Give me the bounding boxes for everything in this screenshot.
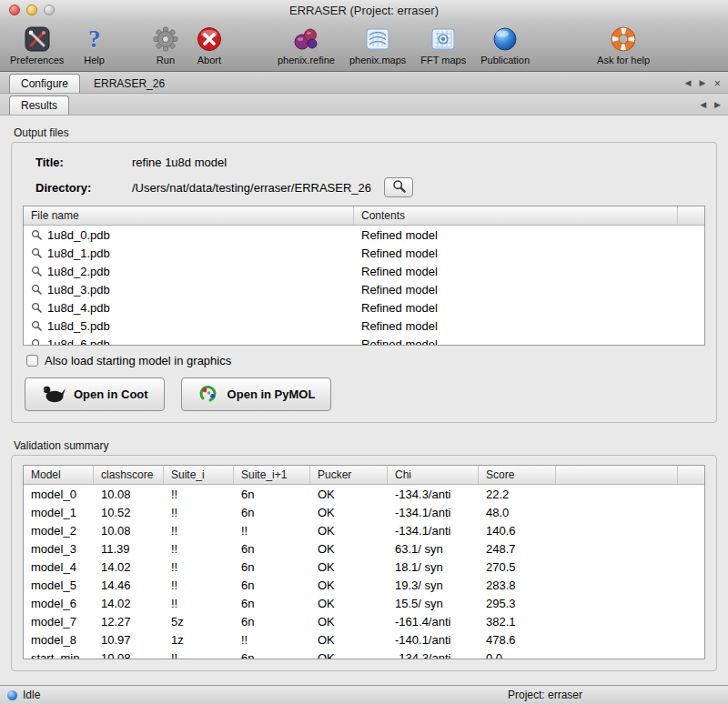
tab-results[interactable]: Results: [9, 96, 69, 115]
open-in-coot-button[interactable]: Open in Coot: [25, 377, 165, 411]
column-header-clashscore[interactable]: clashscore: [94, 466, 164, 484]
validation-row[interactable]: model_7 12.27 5z 6n OK -161.4/anti 382.1: [24, 612, 704, 630]
file-contents-cell: Refined model: [354, 317, 678, 335]
model-cell: model_3: [24, 539, 94, 558]
magnifier-icon: [392, 179, 406, 196]
validation-row[interactable]: model_4 14.02 !! 6n OK 18.1/ syn 270.5: [24, 558, 704, 576]
tab-close-icon[interactable]: ×: [713, 79, 721, 87]
validation-row[interactable]: model_5 14.46 !! 6n OK 19.3/ syn 283.8: [24, 576, 704, 594]
toolbar-label: phenix.maps: [349, 55, 406, 65]
model-cell: model_4: [24, 558, 94, 576]
file-contents-cell: Refined model: [354, 262, 678, 280]
tab-scroll-left-icon[interactable]: ◀: [685, 78, 692, 87]
chi-cell: 15.5/ syn: [388, 594, 479, 612]
validation-row[interactable]: model_3 11.39 !! 6n OK 63.1/ syn 248.7: [24, 539, 704, 558]
column-header-file-name[interactable]: File name: [24, 206, 354, 225]
tab-configure[interactable]: Configure: [9, 74, 80, 93]
pucker-cell: OK: [310, 649, 388, 659]
model-cell: model_2: [24, 521, 94, 539]
toolbar-button-publication[interactable]: Publication: [476, 23, 534, 66]
checkbox-icon[interactable]: [26, 355, 38, 367]
suite-i1-cell: 6n: [234, 485, 310, 503]
directory-value: /Users/nat/data/testing/erraser/ERRASER_…: [132, 181, 371, 195]
toolbar-button-ask-for-help[interactable]: Ask for help: [592, 23, 654, 66]
load-starting-model-option[interactable]: Also load starting model in graphics: [26, 354, 705, 367]
toolbar-label: Run: [157, 55, 175, 65]
column-header-model[interactable]: Model: [24, 466, 94, 484]
file-row[interactable]: 1u8d_4.pdb Refined model: [24, 298, 704, 317]
column-header-score[interactable]: Score: [479, 466, 556, 484]
checkbox-label: Also load starting model in graphics: [45, 354, 231, 367]
results-tab-bar: Results ◀ ▶: [0, 94, 728, 116]
suite-i1-cell: 6n: [234, 649, 310, 659]
suite-i-cell: !!: [164, 521, 234, 539]
phenix-refine-icon: [292, 24, 319, 54]
chi-cell: -161.4/anti: [388, 612, 479, 630]
clashscore-cell: 10.08: [94, 649, 164, 659]
toolbar-button-abort[interactable]: Abort: [191, 23, 228, 66]
sub-tab-scroll-left-icon[interactable]: ◀: [700, 100, 706, 109]
minimize-button[interactable]: [26, 5, 37, 15]
column-header-chi[interactable]: Chi: [388, 466, 479, 484]
toolbar-button-help[interactable]: ? Help: [79, 23, 109, 66]
suite-i1-cell: 6n: [234, 558, 310, 576]
coot-icon: [41, 384, 66, 406]
score-cell: 22.2: [479, 485, 556, 503]
score-cell: 0.0: [479, 649, 556, 659]
file-contents-cell: Refined model: [354, 335, 678, 346]
chi-cell: -134.3/anti: [388, 649, 479, 659]
clashscore-cell: 10.08: [94, 521, 164, 539]
pucker-cell: OK: [310, 539, 388, 558]
suite-i-cell: !!: [164, 558, 234, 576]
main-tab-bar: Configure ERRASER_26 ◀ ▶ ×: [0, 72, 728, 94]
file-row[interactable]: 1u8d_5.pdb Refined model: [24, 317, 704, 335]
file-contents-cell: Refined model: [354, 298, 678, 317]
toolbar-button-phenix-refine[interactable]: phenix.refine: [273, 23, 339, 66]
abort-icon: [196, 24, 223, 54]
clashscore-cell: 10.08: [94, 485, 164, 503]
browse-directory-button[interactable]: [384, 177, 413, 197]
file-contents-cell: Refined model: [354, 226, 678, 244]
toolbar-button-preferences[interactable]: Preferences: [5, 23, 68, 66]
titlebar: ERRASER (Project: erraser): [0, 0, 728, 20]
validation-row[interactable]: model_8 10.97 1z !! OK -140.1/anti 478.6: [24, 630, 704, 649]
file-row[interactable]: 1u8d_1.pdb Refined model: [24, 244, 704, 262]
window-title: ERRASER (Project: erraser): [0, 4, 728, 17]
toolbar-button-run[interactable]: Run: [147, 23, 184, 66]
results-page: Output files Title: refine 1u8d model Di…: [0, 116, 728, 685]
column-header-pucker[interactable]: Pucker: [310, 466, 388, 484]
score-cell: 295.3: [479, 594, 556, 612]
tab-erraser-26[interactable]: ERRASER_26: [83, 74, 176, 93]
file-name: 1u8d_6.pdb: [47, 337, 110, 347]
pucker-cell: OK: [310, 594, 388, 612]
project-label: Project: erraser: [508, 689, 582, 701]
file-row[interactable]: 1u8d_0.pdb Refined model: [24, 226, 704, 244]
file-name-cell: 1u8d_3.pdb: [24, 280, 354, 298]
validation-row[interactable]: model_2 10.08 !! !! OK -134.1/anti 140.6: [24, 521, 704, 539]
toolbar-button-fft-maps[interactable]: FFT maps: [416, 23, 470, 66]
tab-scroll-right-icon[interactable]: ▶: [699, 78, 705, 87]
status-idle-icon: [7, 690, 17, 700]
validation-row[interactable]: model_1 10.52 !! 6n OK -134.1/anti 48.0: [24, 503, 704, 521]
close-button[interactable]: [9, 5, 20, 15]
validation-row[interactable]: model_6 14.02 !! 6n OK 15.5/ syn 295.3: [24, 594, 704, 612]
suite-i1-cell: !!: [234, 521, 310, 539]
toolbar-button-phenix-maps[interactable]: phenix.maps: [345, 23, 410, 66]
open-in-pymol-button[interactable]: Open in PyMOL: [181, 377, 332, 411]
file-name: 1u8d_0.pdb: [47, 228, 110, 242]
file-row[interactable]: 1u8d_6.pdb Refined model: [24, 335, 704, 346]
file-name-cell: 1u8d_6.pdb: [24, 335, 354, 346]
file-name: 1u8d_3.pdb: [47, 283, 110, 297]
zoom-button[interactable]: [44, 5, 55, 15]
column-header-contents[interactable]: Contents: [354, 206, 678, 225]
magnifier-icon: [31, 302, 42, 313]
file-row[interactable]: 1u8d_2.pdb Refined model: [24, 262, 704, 280]
model-cell: model_5: [24, 576, 94, 594]
column-header-suite-i1[interactable]: Suite_i+1: [234, 466, 310, 484]
validation-row[interactable]: model_0 10.08 !! 6n OK -134.3/anti 22.2: [24, 485, 704, 503]
file-row[interactable]: 1u8d_3.pdb Refined model: [24, 280, 704, 298]
column-header-suite-i[interactable]: Suite_i: [164, 466, 234, 484]
tab-label: ERRASER_26: [94, 77, 165, 90]
sub-tab-scroll-right-icon[interactable]: ▶: [714, 100, 721, 109]
validation-row[interactable]: start_min 10.08 !! 6n OK -134.3/anti 0.0: [24, 649, 704, 659]
